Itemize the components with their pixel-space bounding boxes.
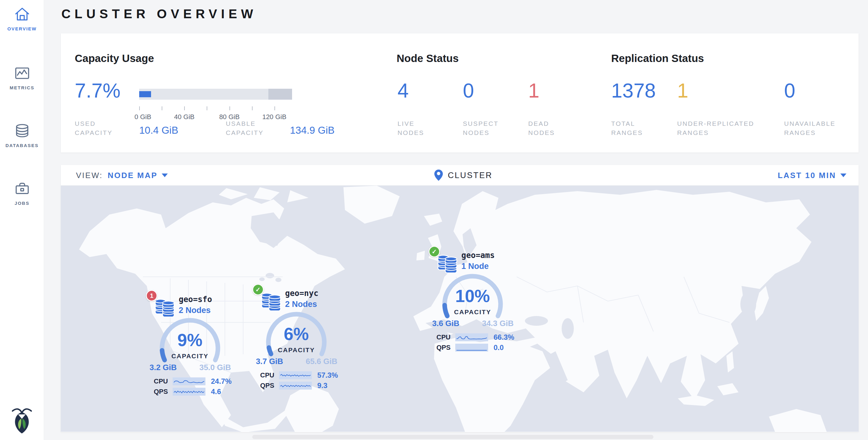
- total-ranges-label: TOTALRANGES: [611, 119, 643, 137]
- cpu-sparkline: [279, 371, 312, 379]
- locality-node-count: 2 Nodes: [285, 300, 317, 309]
- locality-node-count: 2 Nodes: [179, 306, 211, 315]
- capacity-gauge-label: CAPACITY: [263, 346, 330, 354]
- capacity-bar: [139, 89, 292, 100]
- cpu-row: CPU 24.7%: [154, 376, 231, 386]
- capacity-gauge-percent: 9%: [157, 330, 223, 350]
- sidebar-item-label: DATABASES: [5, 143, 39, 148]
- under-replicated-ranges-label: UNDER-REPLICATEDRANGES: [677, 119, 754, 137]
- capacity-gauge-label: CAPACITY: [439, 308, 506, 316]
- locality-name: geo=ams: [461, 251, 495, 260]
- sidebar-item-overview[interactable]: OVERVIEW: [0, 0, 44, 36]
- used-capacity-value: 10.4 GiB: [139, 125, 178, 136]
- map-toolbar: VIEW: NODE MAP CLUSTER LAST 10 MIN: [61, 165, 859, 186]
- status-badge: ✓: [429, 246, 440, 257]
- suspect-nodes-label: SUSPECTNODES: [463, 119, 498, 137]
- page-title: CLUSTER OVERVIEW: [61, 7, 257, 21]
- cockroachdb-logo: [11, 406, 33, 435]
- dead-nodes-label: DEADNODES: [528, 119, 555, 137]
- usable-capacity-label: USABLECAPACITY: [226, 119, 264, 137]
- total-gib: 35.0 GiB: [199, 363, 231, 372]
- qps-row: QPS 4.6: [154, 386, 231, 397]
- capacity-bar-used: [139, 91, 151, 97]
- status-badge: ✓: [252, 284, 264, 295]
- home-icon: [13, 5, 31, 23]
- node-status-title: Node Status: [397, 52, 459, 64]
- node-map-card: VIEW: NODE MAP CLUSTER LAST 10 MIN: [61, 165, 859, 432]
- qps-sparkline: [173, 388, 206, 396]
- node-map[interactable]: 1 geo=sfo 2 Nodes 9% CAPACITY 3.2 GiB 35…: [61, 186, 859, 432]
- capacity-section-title: Capacity Usage: [75, 52, 154, 64]
- qps-sparkline: [279, 382, 312, 389]
- total-gib: 65.6 GiB: [306, 357, 337, 366]
- qps-row: QPS 9.3: [260, 380, 338, 391]
- capacity-gauge-label: CAPACITY: [157, 352, 223, 360]
- capacity-gauge-percent: 6%: [263, 324, 330, 344]
- metrics-icon: [13, 64, 31, 82]
- suspect-nodes-count: 0: [463, 79, 474, 102]
- used-capacity-label: USEDCAPACITY: [75, 119, 113, 137]
- unavailable-ranges-label: UNAVAILABLERANGES: [784, 119, 835, 137]
- unavailable-ranges-count: 0: [784, 79, 795, 102]
- databases-icon: [13, 122, 31, 140]
- locality-marker-nyc[interactable]: ✓ geo=nyc 2 Nodes 6% CAPACITY 3.7 GiB 65…: [252, 284, 352, 393]
- qps-row: QPS 0.0: [436, 342, 514, 353]
- under-replicated-ranges-count: 1: [677, 79, 688, 102]
- live-nodes-label: LIVENODES: [398, 119, 424, 137]
- sidebar-item-jobs[interactable]: JOBS: [0, 175, 44, 210]
- view-dropdown[interactable]: NODE MAP: [107, 171, 168, 180]
- usable-capacity-value: 134.9 GiB: [290, 125, 335, 136]
- locality-marker-sfo[interactable]: 1 geo=sfo 2 Nodes 9% CAPACITY 3.2 GiB 35…: [146, 290, 246, 399]
- capacity-percent: 7.7%: [75, 79, 120, 102]
- sidebar-item-label: METRICS: [10, 85, 35, 90]
- used-gib: 3.2 GiB: [150, 363, 177, 372]
- locality-node-count: 1 Node: [461, 262, 489, 271]
- used-gib: 3.7 GiB: [256, 357, 283, 366]
- locality-marker-ams[interactable]: ✓ geo=ams 1 Node 10% CAPACITY 3.6 GiB 34…: [429, 246, 529, 355]
- chevron-down-icon: [840, 174, 846, 177]
- capacity-bar-other: [268, 89, 292, 100]
- status-badge: 1: [146, 290, 157, 302]
- locality-name: geo=sfo: [179, 295, 212, 304]
- live-nodes-count: 4: [398, 79, 409, 102]
- jobs-icon: [13, 180, 31, 197]
- breadcrumb[interactable]: CLUSTER: [434, 165, 493, 186]
- summary-card: Capacity Usage 7.7% 0 GiB40 GiB80 GiB120…: [61, 33, 859, 153]
- capacity-gib-row: 3.6 GiB 34.3 GiB: [432, 319, 514, 328]
- breadcrumb-label: CLUSTER: [448, 171, 493, 180]
- map-pin-icon: [434, 169, 443, 181]
- cpu-sparkline: [173, 377, 206, 385]
- cpu-sparkline: [455, 333, 488, 341]
- sidebar-item-metrics[interactable]: METRICS: [0, 59, 44, 95]
- qps-sparkline: [455, 344, 488, 352]
- capacity-gauge-percent: 10%: [439, 286, 506, 306]
- cpu-row: CPU 66.3%: [436, 332, 514, 342]
- sidebar-item-label: OVERVIEW: [7, 26, 37, 31]
- chevron-down-icon: [162, 174, 168, 177]
- locality-name: geo=nyc: [285, 289, 318, 298]
- total-gib: 34.3 GiB: [482, 319, 514, 328]
- capacity-gib-row: 3.2 GiB 35.0 GiB: [150, 363, 231, 372]
- capacity-gib-row: 3.7 GiB 65.6 GiB: [256, 357, 337, 366]
- sidebar-item-label: JOBS: [14, 200, 29, 206]
- view-label: VIEW:: [76, 171, 103, 180]
- cpu-row: CPU 57.3%: [260, 370, 338, 380]
- sidebar: OVERVIEW METRICS DATABASES JOBS: [0, 0, 44, 440]
- total-ranges-count: 1378: [611, 79, 656, 102]
- used-gib: 3.6 GiB: [432, 319, 460, 328]
- dead-nodes-count: 1: [528, 79, 539, 102]
- capacity-axis: 0 GiB40 GiB80 GiB120 GiB: [139, 106, 292, 125]
- sidebar-item-databases[interactable]: DATABASES: [0, 117, 44, 153]
- time-range-dropdown[interactable]: LAST 10 MIN: [778, 165, 846, 186]
- horizontal-scrollbar[interactable]: [252, 435, 653, 439]
- replication-status-title: Replication Status: [611, 52, 704, 64]
